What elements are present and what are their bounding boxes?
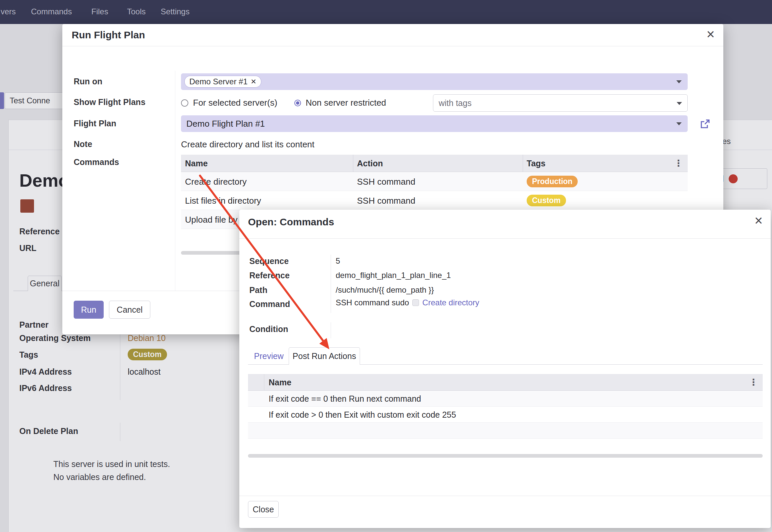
table-row-empty [248,423,763,439]
open-commands-modal: Open: Commands × Sequence Reference Path… [239,210,771,528]
server-tag-pill: Demo Server #1 ✕ [184,76,261,88]
table-options-icon[interactable]: ⋮ [674,158,683,169]
col-header-name[interactable]: Name [185,159,208,168]
condition-label: Condition [249,324,288,334]
radio-dot-icon [296,101,299,105]
with-tags-value: with tags [439,98,472,108]
field-column-divider [331,255,331,313]
cell-name: Upload file by [185,215,238,225]
run-button[interactable]: Run [74,301,104,319]
commands-modal-title: Open: Commands [248,216,334,228]
col-header-tags[interactable]: Tags [527,159,546,168]
cell-tag-badge: Production [527,176,578,187]
external-link-icon[interactable] [700,119,710,129]
cell-name: If exit code == 0 then Run next command [269,394,421,404]
column-divider [353,155,353,172]
command-label: Command [249,299,290,309]
header-divider [62,46,723,46]
radio-selected-servers[interactable] [181,99,188,107]
screen: vers Commands Files Tools Settings Test … [0,0,772,532]
radio-selected-servers-label: For selected server(s) [193,98,277,108]
col-header-action[interactable]: Action [357,159,383,168]
table-options-icon[interactable]: ⋮ [749,377,758,388]
dropdown-caret-icon [676,80,682,83]
cell-tag-badge: Custom [527,195,566,206]
command-value-row: SSH command sudo Create directory [336,298,479,307]
cell-name: If exit code > 0 then Exit with custom e… [269,410,456,420]
column-divider [523,155,523,172]
server-tag-label: Demo Server #1 [189,77,248,86]
tab-preview[interactable]: Preview [254,351,284,361]
radio-non-restricted[interactable] [294,100,301,106]
radio-non-restricted-label: Non server restricted [306,98,386,108]
commands-label: Commands [74,157,119,167]
reference-field-label: Reference [249,271,290,280]
run-on-label: Run on [74,77,102,86]
flight-plan-value: Demo Flight Plan #1 [186,119,265,129]
table-row[interactable]: Create directory SSH command Production [181,172,688,191]
cell-action: SSH command [357,177,415,187]
cell-name: Create directory [185,177,247,187]
note-label: Note [74,139,92,149]
table-row[interactable]: If exit code > 0 then Exit with custom e… [248,407,763,423]
dropdown-caret-icon [676,122,682,125]
sequence-label: Sequence [249,256,289,266]
dropdown-caret-icon [677,102,682,105]
table-header-row: Name Action Tags ⋮ [181,155,688,172]
horizontal-scrollbar[interactable] [248,454,763,458]
label-column-divider [175,71,175,291]
path-label: Path [249,285,267,295]
cancel-button[interactable]: Cancel [109,301,150,319]
column-divider [264,374,264,391]
run-modal-close-icon[interactable]: × [706,27,715,41]
path-value: /such/much/{{ demo_path }} [336,285,434,295]
run-modal-title: Run Flight Plan [72,29,145,41]
sudo-checkbox[interactable] [412,299,419,306]
footer-divider [239,496,771,496]
tab-post-run-actions[interactable]: Post Run Actions [289,347,360,365]
note-text: Create directory and list its content [181,139,314,150]
command-link[interactable]: Create directory [422,298,479,307]
sequence-value: 5 [336,256,340,266]
table-header-row: Name ⋮ [248,374,763,391]
command-value: SSH command sudo [336,298,409,307]
cell-action: SSH command [357,196,415,206]
show-flight-plans-label: Show Flight Plans [74,97,145,107]
cell-name: List files in directory [185,196,261,206]
flight-plan-label: Flight Plan [74,119,116,128]
commands-modal-close-icon[interactable]: × [754,214,763,228]
col-header-name[interactable]: Name [269,378,291,387]
flight-plan-select[interactable]: Demo Flight Plan #1 [181,115,688,132]
table-row[interactable]: If exit code == 0 then Run next command [248,391,763,407]
close-button[interactable]: Close [248,501,279,518]
remove-tag-icon[interactable]: ✕ [251,78,257,86]
header-divider [239,238,771,239]
condition-divider [331,322,331,338]
post-run-actions-table: Name ⋮ If exit code == 0 then Run next c… [248,374,763,439]
reference-value: demo_flight_plan_1_plan_line_1 [336,271,451,280]
with-tags-select[interactable]: with tags [433,94,688,112]
run-on-tags-input[interactable]: Demo Server #1 ✕ [181,73,688,90]
table-row[interactable]: List files in directory SSH command Cust… [181,191,688,210]
